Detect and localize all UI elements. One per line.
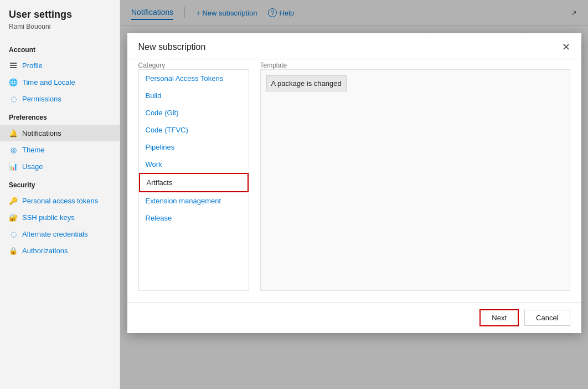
profile-icon — [9, 61, 18, 70]
sidebar-label-usage: Usage — [22, 162, 43, 171]
sidebar-label-notifications: Notifications — [22, 129, 61, 137]
security-section-header: Security — [0, 175, 120, 192]
category-item-extension-management[interactable]: Extension management — [139, 192, 249, 209]
sidebar-item-profile[interactable]: Profile — [0, 57, 120, 74]
category-item-artifacts[interactable]: Artifacts — [139, 173, 249, 192]
sidebar-item-ssh-public-keys[interactable]: 🔐 SSH public keys — [0, 209, 120, 226]
sidebar-label-theme: Theme — [22, 146, 44, 154]
sidebar-label-alternate-credentials: Alternate credentials — [22, 230, 88, 238]
sidebar-item-usage[interactable]: 📊 Usage — [0, 158, 120, 175]
modal-title: New subscription — [138, 42, 206, 52]
modal-close-button[interactable]: ✕ — [562, 42, 570, 52]
sidebar-item-personal-access-tokens[interactable]: 🔑 Personal access tokens — [0, 192, 120, 209]
alt-cred-icon: ◌ — [9, 229, 18, 238]
modal-header: New subscription ✕ — [127, 33, 581, 59]
auth-icon: 🔒 — [9, 246, 18, 255]
svg-rect-1 — [10, 65, 17, 66]
preferences-section-header: Preferences — [0, 107, 120, 125]
category-item-release[interactable]: Release — [139, 209, 249, 227]
permissions-icon: ◌ — [9, 94, 18, 103]
category-item-code-tfvc[interactable]: Code (TFVC) — [139, 121, 249, 139]
usage-icon: 📊 — [9, 162, 18, 171]
sidebar-item-permissions[interactable]: ◌ Permissions — [0, 90, 120, 107]
sidebar-label-permissions: Permissions — [22, 95, 61, 103]
modal-content: Personal Access Tokens Build Code (Git) … — [127, 69, 581, 302]
sidebar-item-notifications[interactable]: 🔔 Notifications — [0, 125, 120, 141]
sidebar-label-ssh-public-keys: SSH public keys — [22, 213, 75, 222]
sidebar-title: User settings — [0, 9, 120, 23]
template-value[interactable]: A package is changed — [266, 75, 347, 91]
sidebar-item-authorizations[interactable]: 🔒 Authorizations — [0, 242, 120, 259]
next-button[interactable]: Next — [479, 309, 519, 326]
key-icon: 🔑 — [9, 196, 18, 205]
sidebar-item-time-locale[interactable]: 🌐 Time and Locale — [0, 74, 120, 90]
sidebar-label-profile: Profile — [22, 62, 43, 70]
template-column-header: Template — [260, 62, 570, 69]
account-section-header: Account — [0, 39, 120, 57]
sidebar: User settings Rami Bououni Account Profi… — [0, 0, 120, 389]
template-area: A package is changed — [260, 69, 570, 291]
sidebar-label-time-locale: Time and Locale — [22, 78, 75, 86]
svg-rect-2 — [10, 67, 17, 68]
theme-icon: ◎ — [9, 145, 18, 154]
sidebar-username: Rami Bououni — [0, 23, 120, 39]
category-item-code-git[interactable]: Code (Git) — [139, 104, 249, 121]
category-item-pipelines[interactable]: Pipelines — [139, 139, 249, 156]
category-column-header: Category — [138, 62, 260, 69]
category-list: Personal Access Tokens Build Code (Git) … — [138, 69, 249, 291]
column-headers: Category Template — [127, 59, 581, 69]
ssh-icon: 🔐 — [9, 213, 18, 222]
globe-icon: 🌐 — [9, 78, 18, 86]
category-item-work[interactable]: Work — [139, 156, 249, 173]
main-content: Notifications + New subscription ? Help … — [120, 0, 588, 389]
sidebar-label-personal-access-tokens: Personal access tokens — [22, 197, 98, 205]
svg-rect-0 — [10, 63, 17, 64]
category-item-personal-access-tokens[interactable]: Personal Access Tokens — [139, 70, 249, 87]
new-subscription-modal: New subscription ✕ Category Template Per… — [127, 33, 581, 333]
notifications-icon: 🔔 — [9, 129, 18, 137]
cancel-button[interactable]: Cancel — [524, 310, 570, 326]
sidebar-item-theme[interactable]: ◎ Theme — [0, 141, 120, 158]
app-container: User settings Rami Bououni Account Profi… — [0, 0, 588, 389]
sidebar-label-authorizations: Authorizations — [22, 247, 68, 255]
modal-footer: Next Cancel — [127, 302, 581, 333]
sidebar-item-alternate-credentials[interactable]: ◌ Alternate credentials — [0, 226, 120, 242]
category-item-build[interactable]: Build — [139, 87, 249, 104]
